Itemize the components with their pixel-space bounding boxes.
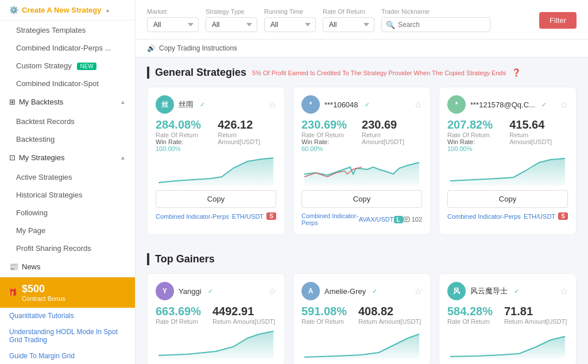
tag-1: L: [394, 216, 403, 223]
bonus-sub: Contract Bonus: [22, 295, 65, 302]
strategy-link-0[interactable]: Combined Indicator-Perps: [156, 213, 229, 220]
return-stat-2: 415.64 Return Amount[USDT]: [509, 118, 568, 152]
return-label-2: Return Amount[USDT]: [509, 131, 568, 145]
return-label-1: Return Amount[USDT]: [362, 131, 422, 145]
tg-mini-chart-0: [156, 330, 276, 358]
active-strategies-item[interactable]: Active Strategies: [0, 168, 135, 185]
star-0[interactable]: ☆: [268, 99, 276, 110]
market-label: Market:: [147, 8, 199, 15]
combined-indicator-spot-item[interactable]: Combined Indicator-Spot: [0, 74, 135, 92]
market-select[interactable]: All: [147, 17, 199, 32]
count-1: 102: [403, 216, 422, 223]
my-page-item[interactable]: My Page: [0, 221, 135, 239]
search-input[interactable]: [381, 17, 490, 32]
rate-stat-1: 230.69% Rate Of Return Win Rate: 60.00%: [301, 118, 350, 152]
quant-tutorials-link[interactable]: Quantitative Tutorials: [0, 308, 135, 324]
backtesting-item[interactable]: Backtesting: [0, 130, 135, 148]
winrate-2: Win Rate: 100.00%: [447, 138, 498, 152]
star-2[interactable]: ☆: [560, 99, 568, 110]
running-time-filter-group: Running Time All: [264, 8, 316, 32]
combined-indicator-perps-item[interactable]: Combined Indicator-Perps ...: [0, 38, 135, 56]
rate-stat-2: 207.82% Rate Of Return Win Rate: 100.00%: [447, 118, 498, 152]
tg-avatar-0: Y: [156, 282, 174, 300]
rate-of-return-select[interactable]: All: [323, 17, 374, 32]
backtests-collapse-icon: ▲: [120, 99, 126, 105]
tg-rate-stat-2: 584.28% Rate Of Return: [447, 305, 493, 325]
filter-bar: Market: All Strategy Type All Running Ti…: [136, 0, 588, 40]
verified-icon-0: ✓: [200, 101, 205, 109]
username-2: ***121578@Qq.C...: [470, 100, 535, 109]
copy-instructions-bar[interactable]: 🔊 Copy Trading Instructions: [136, 40, 588, 57]
tg-card-user-1: A Amelie-Grey ✓: [301, 282, 377, 300]
strategy-type-select[interactable]: All: [206, 17, 257, 32]
following-item[interactable]: Following: [0, 203, 135, 221]
strategies-group-header[interactable]: ⊡ My Strategies ▲: [0, 148, 135, 168]
copy-button-0[interactable]: Copy: [156, 190, 276, 208]
strategy-link-1[interactable]: Combined Indicator-Perps: [301, 212, 359, 226]
news-item[interactable]: 📰 News: [0, 257, 135, 277]
avatar-0: 丝: [156, 95, 174, 114]
card-footer-2: Combined Indicator-Perps ETH/USDT S: [447, 212, 568, 220]
tg-star-0[interactable]: ☆: [268, 286, 276, 297]
copy-button-1[interactable]: Copy: [301, 190, 422, 208]
hodl-mode-link[interactable]: Understanding HODL Mode In Spot Grid Tra…: [0, 324, 135, 348]
mini-chart-2: [447, 157, 568, 185]
tg-return-value-1: 408.82: [358, 305, 421, 318]
winrate-1: Win Rate: 60.00%: [301, 138, 350, 152]
verified-icon-1: ✓: [365, 101, 370, 109]
strategy-card-1: * ***106048 ✓ ☆ 230.69% Rate Of Return W…: [293, 87, 431, 235]
strategies-collapse-icon: ▲: [120, 154, 126, 161]
avatar-2: *: [447, 95, 466, 114]
tg-verified-2: ✓: [514, 288, 519, 295]
custom-strategy-item[interactable]: Custom Strategy NEW: [0, 56, 135, 74]
strategy-card-0: 丝 丝雨 ✓ ☆ 284.08% Rate Of Return Win Rate…: [147, 87, 285, 235]
help-icon[interactable]: ❓: [512, 68, 521, 77]
top-gainers-grid: Y Yanggi ✓ ☆ 663.69% Rate Of Return 4492…: [147, 273, 577, 364]
create-strategy-header[interactable]: ⚙️ Create A New Strategy ▲: [0, 0, 135, 21]
tg-star-1[interactable]: ☆: [414, 286, 422, 297]
general-strategies-heading: General Strategies: [155, 67, 246, 79]
backtests-group-header[interactable]: ⊞ My Backtests ▲: [0, 92, 135, 112]
strategy-link-2[interactable]: Combined Indicator-Perps: [447, 213, 521, 220]
tg-username-0: Yanggi: [179, 287, 202, 296]
top-gainer-card-2: 风 风云魔导士 ✓ ☆ 584.28% Rate Of Return 71.81…: [439, 273, 577, 364]
tg-star-2[interactable]: ☆: [560, 286, 568, 297]
running-time-select[interactable]: All: [264, 17, 316, 32]
new-badge: NEW: [77, 63, 96, 70]
news-icon: 📰: [9, 262, 18, 271]
card-user-2: * ***121578@Qq.C... ✓: [447, 95, 547, 114]
create-icon: ⚙️: [9, 6, 18, 14]
username-0: 丝雨: [179, 99, 194, 110]
strategy-type-label: Strategy Type: [206, 8, 257, 15]
filter-button[interactable]: Filter: [539, 12, 577, 29]
strategy-templates-item[interactable]: Strategies Templates: [0, 21, 135, 38]
margin-grid-link[interactable]: Guide To Margin Grid: [0, 348, 135, 364]
tg-card-header-0: Y Yanggi ✓ ☆: [156, 282, 276, 300]
top-gainer-card-0: Y Yanggi ✓ ☆ 663.69% Rate Of Return 4492…: [147, 273, 285, 364]
tg-avatar-1: A: [301, 282, 320, 300]
tg-rate-label-1: Rate Of Return: [301, 318, 347, 325]
profit-sharing-item[interactable]: Profit Sharing Records: [0, 239, 135, 257]
star-1[interactable]: ☆: [414, 99, 422, 110]
backtest-records-item[interactable]: Backtest Records: [0, 112, 135, 130]
sidebar: ⚙️ Create A New Strategy ▲ Strategies Te…: [0, 0, 136, 364]
rate-value-2: 207.82%: [447, 118, 498, 131]
tg-return-label-0: Return Amount[USDT]: [212, 318, 275, 325]
tg-username-2: 风云魔导士: [470, 286, 508, 296]
card-user-1: * ***106048 ✓: [301, 95, 370, 114]
strategies-icon: ⊡: [9, 153, 16, 162]
card-header-2: * ***121578@Qq.C... ✓ ☆: [447, 95, 568, 114]
tg-rate-value-0: 663.69%: [156, 305, 201, 318]
bonus-banner[interactable]: 🎁 $500 Contract Bonus: [0, 277, 135, 308]
historical-strategies-item[interactable]: Historical Strategies: [0, 185, 135, 203]
tg-card-stats-2: 584.28% Rate Of Return 71.81 Return Amou…: [447, 305, 568, 325]
tag-2: S: [558, 212, 568, 220]
tag-0: S: [266, 212, 276, 220]
rate-label-1: Rate Of Return: [301, 131, 350, 138]
speaker-icon: 🔊: [147, 44, 156, 52]
copy-button-2[interactable]: Copy: [447, 190, 568, 208]
collapse-icon: ▲: [105, 7, 110, 13]
tg-return-value-0: 4492.91: [212, 305, 275, 318]
market-filter-group: Market: All: [147, 8, 199, 32]
return-value-0: 426.12: [218, 118, 276, 131]
